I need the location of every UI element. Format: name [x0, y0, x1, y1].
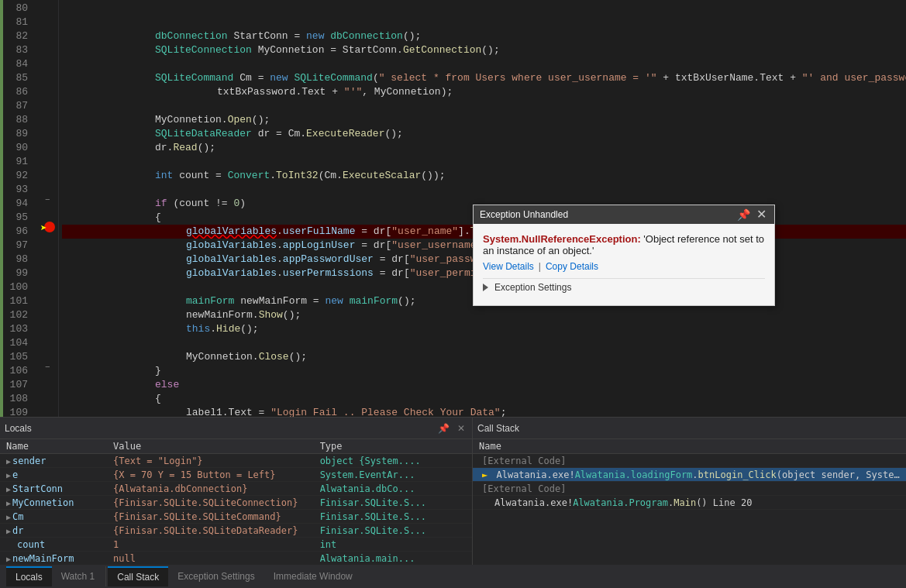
- code-line-103: this . Hide ();: [62, 322, 906, 336]
- call-stack-toolbar: Call Stack: [473, 418, 906, 439]
- exception-settings-toggle[interactable]: Exception Settings: [483, 278, 765, 296]
- exception-header-title-area: Exception Unhandled: [480, 209, 568, 220]
- exception-type: System.NullReferenceException: 'Object r…: [483, 233, 765, 256]
- exception-title-label: Exception Unhandled: [480, 209, 568, 220]
- call-stack-row-main[interactable]: Alwatania.exe!Alwatania.Program.Main() L…: [473, 496, 906, 510]
- local-row-newmainform[interactable]: ▶newMainForm null Alwatania.main...: [0, 552, 472, 566]
- code-line-83: SQLiteConnection MyConnetion = StartConn…: [62, 43, 906, 57]
- locals-toolbar: Locals 📌 ✕: [0, 418, 472, 439]
- watch-tab[interactable]: Watch 1: [52, 566, 105, 586]
- bottom-tabs: Locals Watch 1 Call Stack Exception Sett…: [0, 568, 906, 588]
- locals-panel-title: Locals: [5, 423, 432, 434]
- local-row-cm[interactable]: ▶Cm {Finisar.SQLite.SQLiteCommand} Finis…: [0, 510, 472, 524]
- exception-header: Exception Unhandled 📌 ✕: [474, 205, 774, 224]
- call-stack-panel: Call Stack Name [External Code] ► Al: [473, 418, 906, 568]
- code-line-104: [62, 336, 906, 350]
- call-stack-panel-title: Call Stack: [477, 423, 901, 434]
- exception-links: View Details | Copy Details: [483, 261, 765, 272]
- locals-panel: Locals 📌 ✕ Name Value Type ▶sender {Text…: [0, 418, 473, 568]
- local-row-myconnetion[interactable]: ▶MyConnetion {Finisar.SQLite.SQLiteConne…: [0, 496, 472, 510]
- close-locals-button[interactable]: ✕: [455, 422, 467, 435]
- collapse-icon-if[interactable]: −: [45, 195, 50, 205]
- code-line-105: MyConnetion. Close ();: [62, 350, 906, 364]
- code-line-87: [62, 99, 906, 113]
- locals-col-name: Name: [0, 439, 107, 454]
- locals-col-type: Type: [314, 439, 472, 454]
- code-line-108: {: [62, 392, 906, 406]
- line-numbers: 80 81 82 83 84 85 86 87 88 89 90 91 92 9…: [3, 0, 42, 417]
- local-row-count[interactable]: count 1 int: [0, 538, 472, 552]
- code-line-89: SQLiteDataReader dr = Cm. ExecuteReader …: [62, 127, 906, 141]
- collapse-icon-else[interactable]: −: [45, 363, 50, 372]
- editor-area: 80 81 82 83 84 85 86 87 88 89 90 91 92 9…: [0, 0, 906, 417]
- call-stack-row-external-1[interactable]: [External Code]: [473, 454, 906, 468]
- code-line-88: MyConnetion. Open ();: [62, 113, 906, 127]
- local-row-dr[interactable]: ▶dr {Finisar.SQLite.SQLiteDataReader} Fi…: [0, 524, 472, 538]
- code-line-102: newMainForm. Show ();: [62, 308, 906, 322]
- exception-settings-label: Exception Settings: [494, 282, 571, 293]
- code-line-90: dr. Read ();: [62, 141, 906, 155]
- code-line-91: [62, 155, 906, 169]
- locals-table[interactable]: Name Value Type ▶sender {Text = "Login"}…: [0, 439, 472, 568]
- pin-button[interactable]: 📌: [735, 209, 752, 220]
- exception-settings-tab[interactable]: Exception Settings: [168, 566, 264, 586]
- code-line-82: dbConnection StartConn = new dbConnectio…: [62, 29, 906, 43]
- code-line-84: [62, 57, 906, 71]
- expand-startconn[interactable]: ▶: [6, 485, 11, 493]
- code-line-92: int count = Convert . ToInt32 (Cm. Execu…: [62, 169, 906, 183]
- pin-locals-button[interactable]: 📌: [436, 422, 452, 435]
- exception-header-icons: 📌 ✕: [735, 208, 768, 221]
- local-row-e[interactable]: ▶e {X = 70 Y = 15 Button = Left} System.…: [0, 468, 472, 482]
- copy-details-link[interactable]: Copy Details: [546, 261, 598, 272]
- call-stack-col-name: Name: [473, 439, 906, 454]
- expand-newmainform[interactable]: ▶: [6, 555, 11, 563]
- expand-myconnetion[interactable]: ▶: [6, 499, 11, 507]
- local-row-startconn[interactable]: ▶StartConn {Alwatania.dbConnection} Alwa…: [0, 482, 472, 496]
- code-line-107: else: [62, 378, 906, 392]
- code-line-80: [62, 2, 906, 15]
- view-details-link[interactable]: View Details: [483, 261, 534, 272]
- expand-cm[interactable]: ▶: [6, 513, 11, 521]
- exception-body: System.NullReferenceException: 'Object r…: [474, 224, 774, 305]
- bottom-panels: Locals 📌 ✕ Name Value Type ▶sender {Text…: [0, 417, 906, 568]
- expand-dr[interactable]: ▶: [6, 527, 11, 535]
- code-line-85: SQLiteCommand Cm = new SQLiteCommand ( "…: [62, 71, 906, 85]
- code-line-86: txtBxPassword.Text + "'" , MyConnetion);: [62, 85, 906, 99]
- local-row-sender[interactable]: ▶sender {Text = "Login"} object {System.…: [0, 454, 472, 468]
- locals-col-value: Value: [107, 439, 314, 454]
- current-frame-icon: ►: [482, 469, 487, 480]
- call-stack-tab[interactable]: Call Stack: [108, 566, 168, 586]
- code-line-93: [62, 183, 906, 197]
- call-stack-table[interactable]: Name [External Code] ► Alwatania.exe!Alw…: [473, 439, 906, 568]
- call-stack-row-external-2[interactable]: [External Code]: [473, 482, 906, 496]
- call-stack-row-btnlogin[interactable]: ► Alwatania.exe!Alwatania.loadingForm.bt…: [473, 468, 906, 482]
- expand-sender[interactable]: ▶: [6, 457, 11, 466]
- debugger-arrow: ➤: [40, 222, 47, 235]
- immediate-tab[interactable]: Immediate Window: [264, 566, 362, 586]
- gutter: − − ➤: [42, 0, 59, 417]
- triangle-icon: [483, 284, 488, 291]
- expand-e[interactable]: ▶: [6, 471, 11, 480]
- code-line-81: [62, 15, 906, 29]
- locals-tab[interactable]: Locals: [6, 566, 52, 586]
- close-exception-button[interactable]: ✕: [755, 208, 768, 221]
- exception-popup: Exception Unhandled 📌 ✕ System.NullRefer…: [473, 205, 775, 306]
- change-indicator: [0, 0, 3, 417]
- code-line-109: label1.Text = "Login Fail .. Please Chec…: [62, 406, 906, 417]
- code-line-106: }: [62, 364, 906, 378]
